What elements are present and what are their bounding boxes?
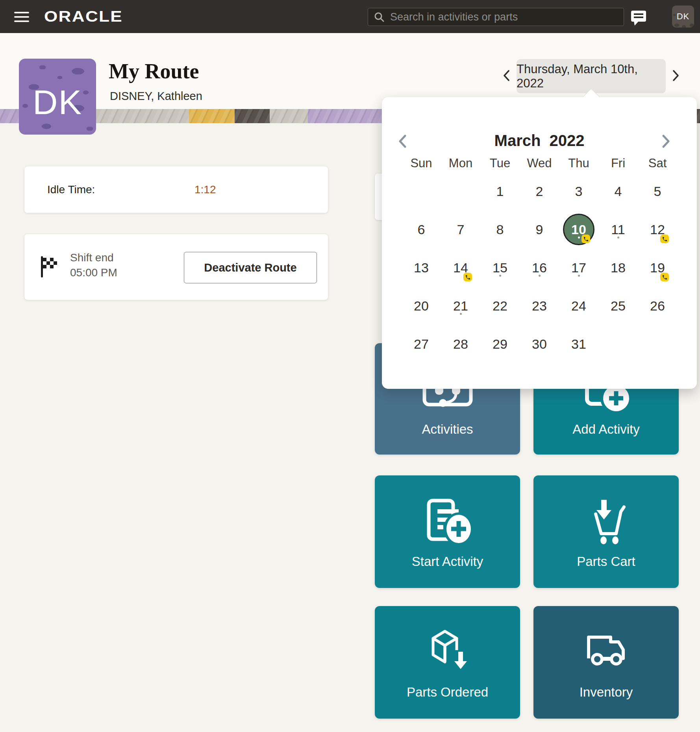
activity-dot: [578, 237, 580, 238]
idle-time-label: Idle Time:: [47, 166, 95, 213]
tile-label: Inventory: [580, 685, 633, 700]
tile-label: Start Activity: [412, 554, 483, 569]
calendar-day-names: SunMonTueWedThuFriSat: [402, 155, 677, 171]
inventory-truck-icon: [581, 629, 632, 675]
activity-dot: [460, 313, 462, 315]
calendar-day-cell[interactable]: 23: [520, 287, 559, 325]
calendar-day-cell[interactable]: 11: [598, 211, 638, 249]
calendar-day-cell[interactable]: 7: [441, 211, 480, 249]
calendar-day-cell[interactable]: 5: [638, 173, 677, 211]
start-activity-icon: [421, 498, 474, 545]
calendar-day-cell[interactable]: 3: [559, 173, 598, 211]
activity-dot: [617, 237, 619, 238]
shift-end-card: Shift end 05:00 PM Deactivate Route: [24, 234, 328, 300]
top-bar: ORACLE DK: [0, 0, 700, 33]
calendar-day-cell[interactable]: 16: [520, 249, 559, 287]
route-avatar: DK: [19, 59, 96, 135]
search-input[interactable]: [389, 11, 624, 24]
calendar-day-cell[interactable]: 21: [441, 287, 480, 325]
search-icon: [374, 11, 385, 22]
calendar-day-name: Thu: [559, 155, 598, 171]
calendar-day-cell[interactable]: 31: [559, 325, 598, 364]
parts-ordered-icon: [422, 629, 473, 675]
calendar-day-name: Fri: [598, 155, 638, 171]
calendar-day-cell[interactable]: 2: [520, 173, 559, 211]
calendar-month-title: March2022: [382, 132, 697, 150]
hamburger-menu-icon[interactable]: [14, 12, 29, 22]
calendar-day-cell[interactable]: 13: [402, 249, 441, 287]
calendar-day-cell[interactable]: 19: [638, 249, 677, 287]
calendar-day-cell[interactable]: 14: [441, 249, 480, 287]
tile-start-activity[interactable]: Start Activity: [375, 475, 520, 588]
calendar-day-cell[interactable]: 27: [402, 325, 441, 364]
tile-parts-ordered[interactable]: Parts Ordered: [375, 606, 520, 719]
calendar-day-name: Tue: [480, 155, 520, 171]
calendar-day-selected[interactable]: 10: [559, 211, 598, 249]
oracle-logo: ORACLE: [44, 8, 123, 25]
calendar-grid: 12345678910 1112 1314 1516171819 2021222…: [402, 173, 677, 364]
phone-icon: [465, 274, 471, 280]
phone-icon: [662, 236, 668, 242]
calendar-day-cell[interactable]: 29: [480, 325, 520, 364]
tile-label: Activities: [422, 422, 473, 437]
shift-end-label: Shift end: [70, 251, 114, 264]
deactivate-route-button[interactable]: Deactivate Route: [184, 252, 317, 283]
calendar-day-cell[interactable]: 25: [598, 287, 638, 325]
calendar-month: March: [494, 132, 541, 150]
calendar-year: 2022: [549, 132, 584, 150]
phone-icon: [662, 274, 668, 280]
tile-parts-cart[interactable]: Parts Cart: [533, 475, 679, 588]
activity-dot: [539, 275, 541, 277]
tile-label: Parts Ordered: [407, 685, 488, 700]
calendar-day-cell[interactable]: 8: [480, 211, 520, 249]
calendar-day-cell: [638, 325, 677, 364]
next-day-icon[interactable]: [670, 69, 681, 82]
tile-label: Add Activity: [572, 422, 640, 437]
calendar-day-cell[interactable]: 17: [559, 249, 598, 287]
calendar-day-cell[interactable]: 15: [480, 249, 520, 287]
search-box[interactable]: [368, 8, 624, 26]
calendar-day-cell[interactable]: 18: [598, 249, 638, 287]
calendar-day-name: Sun: [402, 155, 441, 171]
phone-activity-badge: [581, 235, 590, 243]
phone-activity-badge: [660, 235, 669, 243]
calendar-day-name: Sat: [638, 155, 677, 171]
calendar-day-cell[interactable]: 20: [402, 287, 441, 325]
previous-day-icon[interactable]: [502, 69, 512, 82]
calendar-day-cell: [402, 173, 441, 211]
calendar-day-cell[interactable]: 28: [441, 325, 480, 364]
activity-dot: [578, 275, 580, 277]
activity-dot: [499, 275, 501, 277]
phone-activity-badge: [463, 273, 472, 281]
checkered-flag-icon: [39, 255, 59, 280]
calendar-day-cell[interactable]: 9: [520, 211, 559, 249]
user-avatar[interactable]: DK: [672, 6, 694, 28]
calendar-day-cell[interactable]: 24: [559, 287, 598, 325]
calendar-day-cell[interactable]: 26: [638, 287, 677, 325]
tile-inventory[interactable]: Inventory: [533, 606, 679, 719]
page-title: My Route: [109, 59, 199, 83]
shift-end-time: 05:00 PM: [70, 266, 117, 279]
calendar-day-cell[interactable]: 4: [598, 173, 638, 211]
calendar-day-cell[interactable]: 30: [520, 325, 559, 364]
idle-time-card: Idle Time: 1:12: [24, 166, 328, 213]
calendar-day-cell[interactable]: 1: [480, 173, 520, 211]
calendar-day-cell: [598, 325, 638, 364]
chat-icon[interactable]: [630, 10, 647, 26]
calendar-day-name: Mon: [441, 155, 480, 171]
calendar-day-cell[interactable]: 22: [480, 287, 520, 325]
phone-icon: [583, 236, 589, 242]
calendar-day-cell[interactable]: 6: [402, 211, 441, 249]
calendar-day-cell: [441, 173, 480, 211]
calendar-day-cell[interactable]: 12: [638, 211, 677, 249]
idle-time-value: 1:12: [194, 166, 216, 213]
phone-activity-badge: [660, 273, 669, 281]
tile-label: Parts Cart: [577, 554, 635, 569]
next-month-icon[interactable]: [660, 133, 672, 149]
calendar-popup: March2022 SunMonTueWedThuFriSat 12345678…: [382, 97, 697, 389]
parts-cart-icon: [581, 498, 632, 545]
technician-name: DISNEY, Kathleen: [110, 90, 202, 103]
calendar-day-name: Wed: [520, 155, 559, 171]
